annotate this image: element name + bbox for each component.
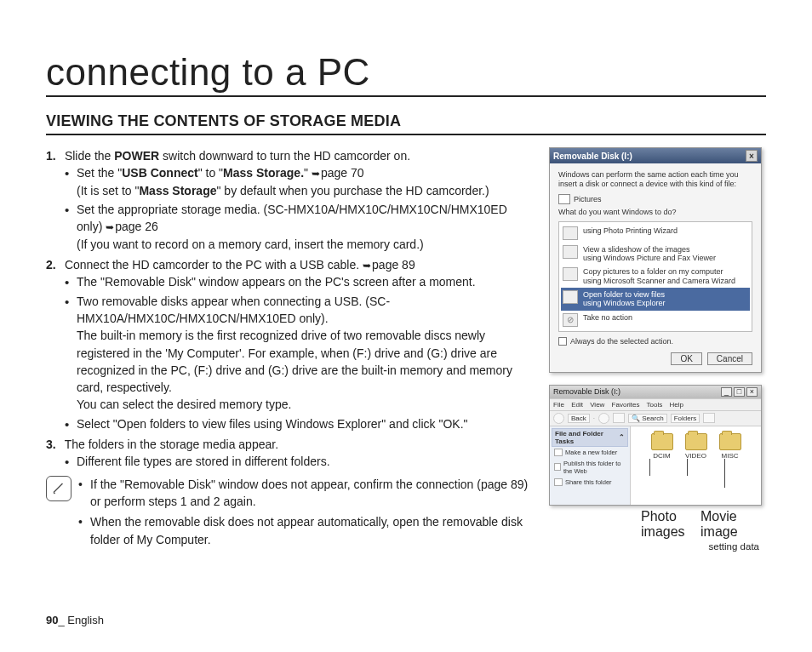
callouts: Photo images Movie image (549, 509, 766, 540)
dialog-intro: Windows can perform the same action each… (558, 170, 752, 190)
side-column: Removable Disk (I:) × Windows can perfor… (549, 147, 766, 552)
search-button[interactable]: 🔍 Search (628, 414, 667, 423)
step-3-text: The folders in the storage media appear. (65, 438, 278, 451)
note-block: If the "Removable Disk" window does not … (46, 476, 534, 552)
f2: VIDEO (685, 452, 706, 460)
si2: Publish this folder to the Web (563, 460, 626, 475)
si3: Share this folder (565, 478, 612, 486)
folder-icon (651, 433, 673, 450)
s2b3: Select "Open folders to view files using… (77, 417, 468, 431)
note-bullet-2: When the removable disk does not appear … (90, 513, 534, 548)
pictures-icon (558, 194, 570, 204)
menu-view[interactable]: View (590, 401, 604, 409)
opt2-label: View a slideshow of the imagesusing Wind… (583, 245, 716, 263)
explorer-menubar[interactable]: File Edit View Favorites Tools Help (550, 398, 761, 411)
folder-misc[interactable]: MISC (719, 433, 741, 460)
step-1-bullet-2: Set the appropriate storage media. (SC-H… (77, 201, 534, 253)
step-2-text: Connect the HD camcorder to the PC with … (65, 258, 363, 272)
callout-photo: Photo images (641, 509, 700, 540)
f1: DCIM (653, 452, 670, 460)
s1b1-b1: USB Connect (122, 166, 197, 180)
explorer-toolbar: Back · 🔍 Search Folders (550, 411, 761, 426)
minimize-icon[interactable]: _ (721, 387, 732, 397)
close-icon[interactable]: × (746, 387, 758, 397)
menu-file[interactable]: File (553, 401, 564, 409)
maximize-icon[interactable]: □ (734, 387, 745, 397)
collapse-icon[interactable]: ⌃ (619, 433, 625, 441)
dialog-option-4[interactable]: Open folder to view filesusing Windows E… (561, 288, 750, 311)
folder-open-icon (563, 290, 578, 304)
up-icon[interactable] (613, 413, 625, 423)
menu-favorites[interactable]: Favorites (612, 401, 640, 409)
side-header[interactable]: File and Folder Tasks ⌃ (552, 428, 628, 447)
forward-button-icon[interactable] (598, 413, 609, 424)
footer-sep: _ (58, 614, 67, 626)
note-icon (46, 476, 71, 501)
dialog-option-5[interactable]: ⊘Take no action (561, 311, 750, 329)
pageref-arrow-icon (106, 220, 115, 233)
dialog-option-2[interactable]: View a slideshow of the imagesusing Wind… (561, 243, 750, 266)
views-icon[interactable] (703, 413, 715, 423)
folder-dcim[interactable]: DCIM (651, 433, 673, 460)
menu-edit[interactable]: Edit (571, 401, 583, 409)
back-button-icon[interactable] (553, 413, 564, 424)
share-icon (554, 478, 563, 486)
dialog-option-1[interactable]: using Photo Printing Wizard (561, 224, 750, 243)
pageref-arrow-icon (363, 258, 372, 272)
close-icon[interactable]: × (746, 150, 758, 162)
step-1: 1. Slide the POWER switch downward to tu… (46, 147, 534, 253)
step-2: 2. Connect the HD camcorder to the PC wi… (46, 256, 534, 432)
menu-help[interactable]: Help (670, 401, 683, 409)
ok-button[interactable]: OK (671, 352, 701, 365)
step-3: 3. The folders in the storage media appe… (46, 436, 534, 471)
opt4-label: Open folder to view filesusing Windows E… (583, 290, 666, 308)
section-title: VIEWING THE CONTENTS OF STORAGE MEDIA (46, 112, 766, 135)
dialog-checkbox-row[interactable]: Always do the selected action. (558, 337, 752, 346)
s1b1-l2b: Mass Storage (139, 184, 216, 197)
step-3-bullet-1: Different file types are stored in diffe… (77, 453, 534, 470)
page-footer: 90_ English (46, 614, 104, 626)
step-1-num: 1. (46, 147, 61, 164)
s1b1-l2pre: (It is set to " (77, 184, 139, 197)
menu-tools[interactable]: Tools (647, 401, 663, 409)
callout-setting: setting data (549, 541, 766, 552)
dialog-option-list[interactable]: using Photo Printing Wizard View a slide… (558, 221, 752, 332)
s2b2-l2: The built-in memory is the first recogni… (77, 329, 512, 394)
side-header-label: File and Folder Tasks (555, 430, 619, 445)
side-item-share[interactable]: Share this folder (552, 477, 628, 488)
s1b1-b2: Mass Storage. (223, 166, 304, 180)
s1b2-pageref: page 26 (115, 220, 158, 233)
step-1-bold: POWER (114, 149, 159, 163)
s3b1: Different file types are stored in diffe… (77, 455, 330, 468)
s1b2-l2: (If you want to record on a memory card,… (77, 237, 424, 251)
s2b1: The "Removable Disk" window appears on t… (77, 275, 476, 289)
cancel-button[interactable]: Cancel (707, 352, 752, 365)
step-1-text-pre: Slide the (65, 149, 114, 163)
opt5-label: Take no action (583, 313, 632, 322)
step-2-bullet-1: The "Removable Disk" window appears on t… (77, 273, 534, 290)
step-2-pageref: page 89 (372, 258, 415, 272)
s2b2-l3: You can select the desired memory type. (77, 397, 291, 411)
side-item-publish[interactable]: Publish this folder to the Web (552, 458, 628, 477)
folder-icon (685, 433, 707, 450)
side-item-newfolder[interactable]: Make a new folder (552, 447, 628, 458)
autoplay-dialog: Removable Disk (I:) × Windows can perfor… (549, 147, 762, 373)
dialog-prompt: What do you want Windows to do? (558, 208, 752, 217)
back-button[interactable]: Back (568, 414, 590, 423)
folder-icon (719, 433, 741, 450)
explorer-window: Removable Disk (I:) _ □ × File Edit View… (549, 385, 762, 506)
printer-icon (563, 226, 578, 240)
dialog-pic-row: Pictures (558, 194, 752, 204)
explorer-titlebar: Removable Disk (I:) _ □ × (550, 386, 761, 398)
dialog-option-3[interactable]: Copy pictures to a folder on my computer… (561, 265, 750, 288)
s1b1-l2post: " by default when you purchase the HD ca… (216, 184, 489, 197)
folder-video[interactable]: VIDEO (685, 433, 707, 460)
explorer-main: DCIM VIDEO MISC (631, 426, 761, 505)
main-column: 1. Slide the POWER switch downward to tu… (46, 147, 534, 552)
step-1-text-post: switch downward to turn the HD camcorder… (159, 149, 410, 163)
s1b1-mid: " to " (198, 166, 223, 180)
checkbox-icon[interactable] (558, 337, 567, 346)
page-number: 90 (46, 614, 58, 626)
folders-button[interactable]: Folders (671, 414, 700, 423)
opt1-label: using Photo Printing Wizard (583, 226, 678, 235)
